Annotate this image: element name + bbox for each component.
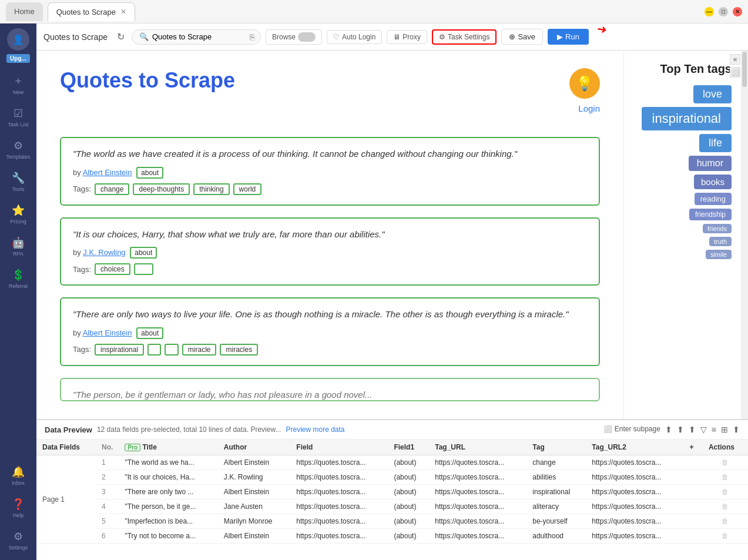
- sidebar-item-new[interactable]: ＋ New: [0, 69, 36, 100]
- refresh-button[interactable]: ↻: [117, 31, 125, 42]
- author-link-3[interactable]: Albert Einstein: [83, 328, 132, 337]
- sidebar: 👤 Upg... ＋ New ☑ Task List ⚙ Templates 🔧…: [0, 24, 36, 560]
- cloud-tag-life[interactable]: life: [699, 134, 732, 152]
- sidebar-tasklist-label: Task List: [8, 122, 28, 128]
- action-btn-2[interactable]: ⬆: [677, 425, 684, 434]
- tag-world[interactable]: world: [233, 183, 262, 195]
- row-num: 3: [96, 485, 119, 499]
- author-link-1[interactable]: Albert Einstein: [83, 168, 132, 177]
- action-btn-5[interactable]: ≡: [712, 425, 716, 434]
- login-link[interactable]: Login: [578, 103, 600, 113]
- sidebar-item-pricing[interactable]: ⭐ Pricing: [0, 199, 36, 229]
- sidebar-item-tasklist[interactable]: ☑ Task List: [0, 102, 36, 132]
- tags-line-1: Tags: change deep-thoughts thinking worl…: [73, 183, 587, 195]
- search-box[interactable]: 🔍 ⎘: [132, 29, 261, 45]
- sidebar-rpa-label: RPA: [13, 251, 24, 257]
- tag-empty-2[interactable]: [134, 263, 153, 275]
- toolbar: Quotes to Scrape ↻ 🔍 ⎘ Browse ♡ Auto Log…: [36, 24, 748, 51]
- cloud-tag-truth[interactable]: truth: [709, 237, 732, 246]
- save-button[interactable]: ⊕ Save: [501, 29, 543, 45]
- monitor-button[interactable]: ⬜: [730, 67, 740, 78]
- action-btn-1[interactable]: ⬆: [665, 425, 672, 434]
- sidebar-inbox-label: Inbox: [12, 480, 25, 486]
- cell-actions[interactable]: 🗑: [703, 514, 748, 529]
- sidebar-item-settings[interactable]: ⚙ Settings: [0, 525, 36, 555]
- col-add[interactable]: +: [683, 440, 702, 455]
- tag-empty-3b[interactable]: [165, 344, 178, 356]
- browse-switch[interactable]: [298, 32, 316, 42]
- cell-actions[interactable]: 🗑: [703, 499, 748, 514]
- cloud-tag-simile[interactable]: simile: [706, 250, 732, 259]
- action-btn-4[interactable]: ▽: [700, 425, 707, 434]
- proxy-button[interactable]: 🖥 Proxy: [387, 30, 427, 44]
- cell-author: Albert Einstein: [218, 485, 291, 499]
- author-link-2[interactable]: J.K. Rowling: [83, 248, 125, 257]
- scrollbar-thumb[interactable]: [742, 52, 747, 87]
- web-view[interactable]: Quotes to Scrape 💡 Login "The world as w…: [36, 51, 623, 419]
- cloud-tag-reading[interactable]: reading: [695, 193, 732, 205]
- collapse-button[interactable]: «: [730, 54, 740, 65]
- tab-quotes[interactable]: Quotes to Scrape ✕: [48, 2, 135, 21]
- top-ten-title: Top Ten tags: [633, 62, 732, 76]
- cloud-tag-love[interactable]: love: [693, 85, 732, 103]
- cloud-tag-friends[interactable]: friends: [703, 224, 732, 233]
- collapse-controls: « ⬜: [730, 54, 740, 78]
- task-settings-button[interactable]: ⚙ Task Settings: [432, 29, 497, 45]
- action-btn-3[interactable]: ⬆: [689, 425, 696, 434]
- cell-actions[interactable]: 🗑: [703, 470, 748, 485]
- quote-author-2: by J.K. Rowling about: [73, 247, 587, 259]
- cloud-tag-inspirational[interactable]: inspirational: [642, 107, 732, 130]
- tags-label-2: Tags:: [73, 265, 91, 274]
- run-button[interactable]: ▶ Run: [548, 29, 589, 45]
- tag-miracles[interactable]: miracles: [220, 344, 258, 356]
- sidebar-item-inbox[interactable]: 🔔 Inbox: [0, 461, 36, 491]
- maximize-button[interactable]: □: [719, 7, 728, 16]
- cell-field: https://quotes.toscra...: [290, 514, 388, 529]
- browse-toggle[interactable]: Browse: [266, 29, 322, 45]
- tab-close-button[interactable]: ✕: [120, 8, 126, 16]
- about-tag-3[interactable]: about: [136, 327, 163, 339]
- cloud-tag-friendship[interactable]: friendship: [689, 209, 732, 220]
- tag-change[interactable]: change: [95, 183, 129, 195]
- cell-tag-url2: https://quotes.toscra...: [586, 485, 683, 499]
- sidebar-item-templates[interactable]: ⚙ Templates: [0, 135, 36, 165]
- cell-tag-url: https://quotes.toscra...: [429, 529, 526, 544]
- cell-tag-url: https://quotes.toscra...: [429, 514, 526, 529]
- cloud-tag-humor[interactable]: humor: [689, 156, 732, 171]
- sidebar-item-rpa[interactable]: 🤖 RPA: [0, 232, 36, 261]
- minimize-button[interactable]: —: [705, 7, 714, 16]
- auto-login-button[interactable]: ♡ Auto Login: [327, 30, 382, 44]
- tag-miracle[interactable]: miracle: [182, 344, 217, 356]
- enter-subpage-button[interactable]: ⬜ Enter subpage: [603, 425, 660, 434]
- tag-inspirational-q3[interactable]: inspirational: [95, 344, 144, 356]
- preview-more-link[interactable]: Preview more data: [286, 425, 344, 434]
- scrollbar[interactable]: [741, 51, 748, 419]
- auto-login-label: Auto Login: [342, 33, 375, 41]
- tag-deep-thoughts[interactable]: deep-thoughts: [133, 183, 190, 195]
- cell-actions[interactable]: 🗑: [703, 529, 748, 544]
- sidebar-item-help[interactable]: ❓ Help: [0, 493, 36, 523]
- tag-empty-3a[interactable]: [147, 344, 161, 356]
- row-num: 2: [96, 470, 119, 485]
- about-tag-1[interactable]: about: [136, 167, 163, 179]
- tag-choices[interactable]: choices: [95, 263, 130, 275]
- sidebar-item-tools[interactable]: 🔧 Tools: [0, 167, 36, 197]
- about-tag-2[interactable]: about: [130, 247, 157, 259]
- proxy-label: Proxy: [402, 33, 421, 41]
- cell-actions[interactable]: 🗑: [703, 485, 748, 499]
- close-button[interactable]: ✕: [733, 7, 742, 16]
- tab-quotes-label: Quotes to Scrape: [56, 8, 116, 16]
- sidebar-item-referral[interactable]: 💲 Referral: [0, 264, 36, 294]
- tab-home[interactable]: Home: [6, 2, 43, 21]
- action-btn-6[interactable]: ⊞: [721, 425, 728, 434]
- tag-thinking[interactable]: thinking: [193, 183, 229, 195]
- window-controls: — □ ✕: [705, 7, 742, 16]
- avatar: 👤: [7, 28, 29, 51]
- cloud-tag-books[interactable]: books: [694, 175, 732, 189]
- cell-actions[interactable]: 🗑: [703, 455, 748, 470]
- upgrade-button[interactable]: Upg...: [6, 54, 30, 63]
- action-btn-7[interactable]: ⬆: [733, 425, 740, 434]
- table-row: Page 1 1 "The world as we ha... Albert E…: [36, 455, 748, 470]
- search-input[interactable]: [152, 32, 246, 41]
- main-body: Quotes to Scrape 💡 Login "The world as w…: [36, 51, 748, 419]
